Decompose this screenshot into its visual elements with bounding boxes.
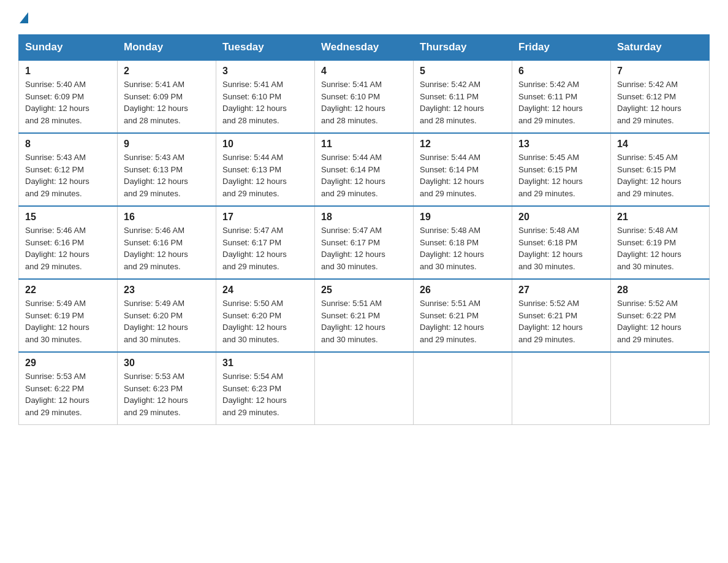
day-cell: 16 Sunrise: 5:46 AMSunset: 6:16 PMDaylig… xyxy=(118,206,216,279)
day-info: Sunrise: 5:53 AMSunset: 6:23 PMDaylight:… xyxy=(124,372,188,417)
day-cell: 4 Sunrise: 5:41 AMSunset: 6:10 PMDayligh… xyxy=(315,60,414,133)
day-info: Sunrise: 5:45 AMSunset: 6:15 PMDaylight:… xyxy=(617,153,681,198)
week-row-3: 15 Sunrise: 5:46 AMSunset: 6:16 PMDaylig… xyxy=(19,206,710,279)
day-info: Sunrise: 5:41 AMSunset: 6:09 PMDaylight:… xyxy=(124,80,188,125)
day-number: 6 xyxy=(518,66,604,77)
week-row-4: 22 Sunrise: 5:49 AMSunset: 6:19 PMDaylig… xyxy=(19,279,710,352)
header-day-sunday: Sunday xyxy=(19,35,118,61)
day-number: 22 xyxy=(25,285,111,296)
day-info: Sunrise: 5:47 AMSunset: 6:17 PMDaylight:… xyxy=(321,226,385,271)
day-info: Sunrise: 5:46 AMSunset: 6:16 PMDaylight:… xyxy=(25,226,89,271)
day-cell: 5 Sunrise: 5:42 AMSunset: 6:11 PMDayligh… xyxy=(414,60,512,133)
day-cell: 12 Sunrise: 5:44 AMSunset: 6:14 PMDaylig… xyxy=(414,133,512,206)
day-number: 25 xyxy=(321,285,407,296)
day-info: Sunrise: 5:49 AMSunset: 6:20 PMDaylight:… xyxy=(124,299,188,344)
logo xyxy=(18,12,28,23)
day-number: 13 xyxy=(518,139,604,150)
calendar-table: SundayMondayTuesdayWednesdayThursdayFrid… xyxy=(18,34,710,425)
day-cell: 11 Sunrise: 5:44 AMSunset: 6:14 PMDaylig… xyxy=(315,133,414,206)
day-number: 23 xyxy=(124,285,210,296)
header-day-monday: Monday xyxy=(118,35,216,61)
day-info: Sunrise: 5:45 AMSunset: 6:15 PMDaylight:… xyxy=(518,153,583,198)
day-cell: 31 Sunrise: 5:54 AMSunset: 6:23 PMDaylig… xyxy=(216,352,315,425)
day-cell: 27 Sunrise: 5:52 AMSunset: 6:21 PMDaylig… xyxy=(512,279,611,352)
day-number: 11 xyxy=(321,139,407,150)
day-cell: 17 Sunrise: 5:47 AMSunset: 6:17 PMDaylig… xyxy=(216,206,315,279)
day-info: Sunrise: 5:42 AMSunset: 6:11 PMDaylight:… xyxy=(420,80,484,125)
day-number: 9 xyxy=(124,139,210,150)
day-info: Sunrise: 5:54 AMSunset: 6:23 PMDaylight:… xyxy=(222,372,287,417)
day-info: Sunrise: 5:50 AMSunset: 6:20 PMDaylight:… xyxy=(222,299,287,344)
day-cell: 18 Sunrise: 5:47 AMSunset: 6:17 PMDaylig… xyxy=(315,206,414,279)
day-info: Sunrise: 5:44 AMSunset: 6:14 PMDaylight:… xyxy=(321,153,385,198)
day-info: Sunrise: 5:48 AMSunset: 6:19 PMDaylight:… xyxy=(617,226,681,271)
day-cell xyxy=(611,352,710,425)
day-info: Sunrise: 5:47 AMSunset: 6:17 PMDaylight:… xyxy=(222,226,287,271)
day-number: 20 xyxy=(518,212,604,223)
day-cell: 8 Sunrise: 5:43 AMSunset: 6:12 PMDayligh… xyxy=(19,133,118,206)
header-day-thursday: Thursday xyxy=(414,35,512,61)
day-cell: 19 Sunrise: 5:48 AMSunset: 6:18 PMDaylig… xyxy=(414,206,512,279)
day-cell: 1 Sunrise: 5:40 AMSunset: 6:09 PMDayligh… xyxy=(19,60,118,133)
day-cell: 23 Sunrise: 5:49 AMSunset: 6:20 PMDaylig… xyxy=(118,279,216,352)
day-number: 17 xyxy=(222,212,308,223)
day-number: 27 xyxy=(518,285,604,296)
day-info: Sunrise: 5:44 AMSunset: 6:13 PMDaylight:… xyxy=(222,153,287,198)
day-cell: 20 Sunrise: 5:48 AMSunset: 6:18 PMDaylig… xyxy=(512,206,611,279)
day-number: 24 xyxy=(222,285,308,296)
day-number: 10 xyxy=(222,139,308,150)
day-cell: 15 Sunrise: 5:46 AMSunset: 6:16 PMDaylig… xyxy=(19,206,118,279)
day-cell: 7 Sunrise: 5:42 AMSunset: 6:12 PMDayligh… xyxy=(611,60,710,133)
day-cell: 29 Sunrise: 5:53 AMSunset: 6:22 PMDaylig… xyxy=(19,352,118,425)
day-number: 21 xyxy=(617,212,703,223)
day-info: Sunrise: 5:42 AMSunset: 6:12 PMDaylight:… xyxy=(617,80,681,125)
header-day-friday: Friday xyxy=(512,35,611,61)
day-info: Sunrise: 5:53 AMSunset: 6:22 PMDaylight:… xyxy=(25,372,89,417)
day-cell: 22 Sunrise: 5:49 AMSunset: 6:19 PMDaylig… xyxy=(19,279,118,352)
logo-triangle-icon xyxy=(20,12,28,23)
day-cell xyxy=(315,352,414,425)
day-number: 5 xyxy=(420,66,506,77)
week-row-2: 8 Sunrise: 5:43 AMSunset: 6:12 PMDayligh… xyxy=(19,133,710,206)
day-number: 15 xyxy=(25,212,111,223)
day-number: 8 xyxy=(25,139,111,150)
day-cell: 6 Sunrise: 5:42 AMSunset: 6:11 PMDayligh… xyxy=(512,60,611,133)
day-info: Sunrise: 5:43 AMSunset: 6:13 PMDaylight:… xyxy=(124,153,188,198)
day-info: Sunrise: 5:48 AMSunset: 6:18 PMDaylight:… xyxy=(518,226,583,271)
day-number: 3 xyxy=(222,66,308,77)
day-cell: 30 Sunrise: 5:53 AMSunset: 6:23 PMDaylig… xyxy=(118,352,216,425)
day-number: 26 xyxy=(420,285,506,296)
day-number: 30 xyxy=(124,358,210,369)
day-cell: 2 Sunrise: 5:41 AMSunset: 6:09 PMDayligh… xyxy=(118,60,216,133)
day-number: 29 xyxy=(25,358,111,369)
day-info: Sunrise: 5:52 AMSunset: 6:22 PMDaylight:… xyxy=(617,299,681,344)
day-cell: 10 Sunrise: 5:44 AMSunset: 6:13 PMDaylig… xyxy=(216,133,315,206)
day-info: Sunrise: 5:43 AMSunset: 6:12 PMDaylight:… xyxy=(25,153,89,198)
day-info: Sunrise: 5:51 AMSunset: 6:21 PMDaylight:… xyxy=(321,299,385,344)
day-cell xyxy=(512,352,611,425)
day-info: Sunrise: 5:44 AMSunset: 6:14 PMDaylight:… xyxy=(420,153,484,198)
day-number: 28 xyxy=(617,285,703,296)
day-info: Sunrise: 5:41 AMSunset: 6:10 PMDaylight:… xyxy=(222,80,287,125)
day-info: Sunrise: 5:51 AMSunset: 6:21 PMDaylight:… xyxy=(420,299,484,344)
day-cell xyxy=(414,352,512,425)
day-info: Sunrise: 5:42 AMSunset: 6:11 PMDaylight:… xyxy=(518,80,583,125)
day-number: 1 xyxy=(25,66,111,77)
day-number: 31 xyxy=(222,358,308,369)
day-number: 4 xyxy=(321,66,407,77)
header-day-tuesday: Tuesday xyxy=(216,35,315,61)
day-number: 7 xyxy=(617,66,703,77)
week-row-1: 1 Sunrise: 5:40 AMSunset: 6:09 PMDayligh… xyxy=(19,60,710,133)
day-cell: 13 Sunrise: 5:45 AMSunset: 6:15 PMDaylig… xyxy=(512,133,611,206)
day-cell: 26 Sunrise: 5:51 AMSunset: 6:21 PMDaylig… xyxy=(414,279,512,352)
day-number: 18 xyxy=(321,212,407,223)
page-header xyxy=(18,12,710,23)
day-number: 16 xyxy=(124,212,210,223)
day-cell: 3 Sunrise: 5:41 AMSunset: 6:10 PMDayligh… xyxy=(216,60,315,133)
day-number: 2 xyxy=(124,66,210,77)
day-info: Sunrise: 5:49 AMSunset: 6:19 PMDaylight:… xyxy=(25,299,89,344)
day-cell: 25 Sunrise: 5:51 AMSunset: 6:21 PMDaylig… xyxy=(315,279,414,352)
day-cell: 14 Sunrise: 5:45 AMSunset: 6:15 PMDaylig… xyxy=(611,133,710,206)
day-number: 14 xyxy=(617,139,703,150)
day-number: 12 xyxy=(420,139,506,150)
